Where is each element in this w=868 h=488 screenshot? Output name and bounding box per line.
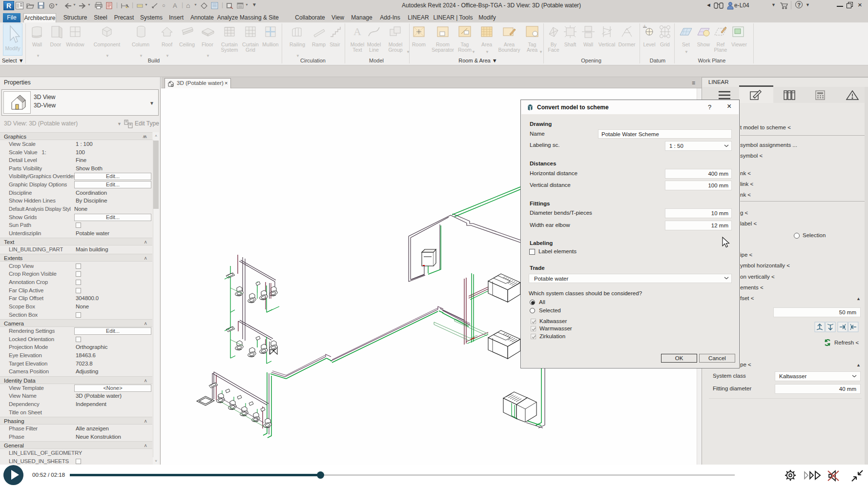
svg-text:A: A bbox=[353, 25, 361, 38]
svg-text:-1: -1 bbox=[643, 24, 646, 27]
